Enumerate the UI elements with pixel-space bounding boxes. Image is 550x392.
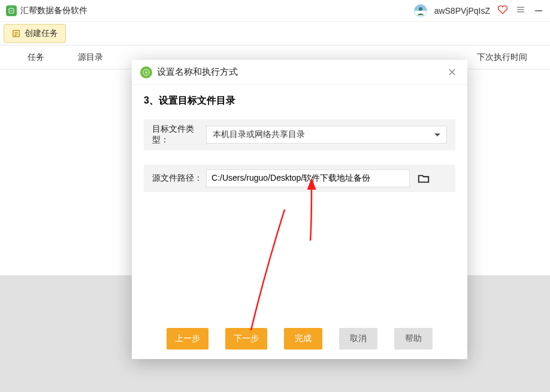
label-target-type: 目标文件类型： [152,124,206,145]
finish-button[interactable]: 完成 [284,328,322,350]
prev-button[interactable]: 上一步 [167,328,208,350]
modal-header: 设置名称和执行方式 ✕ [132,60,467,85]
row-target-type: 目标文件类型： 本机目录或网络共享目录 [144,119,455,150]
next-button[interactable]: 下一步 [225,328,267,350]
modal-icon [140,66,152,78]
overlay: 设置名称和执行方式 ✕ 3、设置目标文件目录 目标文件类型： 本机目录或网络共享… [0,0,550,392]
chevron-down-icon [434,133,440,136]
target-type-select[interactable]: 本机目录或网络共享目录 [206,126,447,144]
row-source-path: 源文件路径： [144,165,455,192]
target-type-value: 本机目录或网络共享目录 [213,129,434,140]
label-source-path: 源文件路径： [152,173,206,184]
modal-body: 3、设置目标文件目录 目标文件类型： 本机目录或网络共享目录 源文件路径： [132,85,467,324]
step-heading: 3、设置目标文件目录 [144,95,455,107]
cancel-button[interactable]: 取消 [339,328,377,350]
help-button[interactable]: 帮助 [394,328,433,350]
modal-dialog: 设置名称和执行方式 ✕ 3、设置目标文件目录 目标文件类型： 本机目录或网络共享… [132,60,467,359]
browse-folder-icon[interactable] [417,172,430,185]
modal-title: 设置名称和执行方式 [157,66,238,78]
modal-footer: 上一步 下一步 完成 取消 帮助 [132,324,467,359]
source-path-input[interactable] [206,169,410,187]
close-icon[interactable]: ✕ [445,65,459,80]
